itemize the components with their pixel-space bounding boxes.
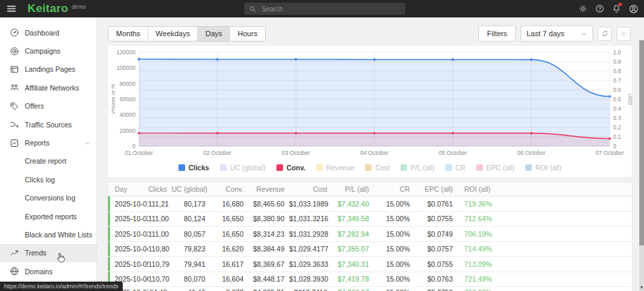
cell-conv: 16,617: [210, 260, 248, 268]
legend-item-uc-global[interactable]: UC (global): [220, 164, 266, 172]
cell-epc-all: $0.0759: [415, 288, 458, 291]
cell-roi-all: 706.19%: [458, 230, 632, 238]
legend-item-roi-all[interactable]: ROI (all): [525, 164, 561, 172]
settings-gear-icon[interactable]: [578, 4, 588, 13]
cell-day: 2025-10-02: [108, 215, 148, 223]
svg-text:0.4: 0.4: [613, 105, 621, 112]
svg-text:02 October: 02 October: [203, 150, 231, 156]
legend-item-epc-all[interactable]: EPC (all): [476, 164, 515, 172]
refresh-button[interactable]: [598, 27, 612, 41]
col-header-revenue[interactable]: Revenue: [248, 185, 289, 193]
scrollbar-thumb[interactable]: [639, 40, 644, 245]
cell-epc-all: $0.0755: [415, 260, 458, 268]
table-row: 2025-10-03111,0080,05716,650$8,314.23$1,…: [108, 227, 632, 242]
sidebar-item-label: Offers: [25, 102, 44, 110]
cell-clicks: 110,79: [148, 260, 172, 268]
col-header-cost[interactable]: Cost: [289, 185, 332, 193]
toolbar: MonthsWeekdaysDaysHours Filters Last 7 d…: [108, 25, 631, 42]
col-header-uc-global[interactable]: UC (global): [172, 185, 210, 193]
table-header-row: DayClicksUC (global)Conv.RevenueCostP/L …: [108, 182, 632, 196]
sidebar-item-campaigns[interactable]: Campaigns: [0, 42, 97, 60]
trends-chart-card: 02000040000600008000010000012000000.10.2…: [108, 46, 632, 177]
scrollbar-down-arrow[interactable]: ▼: [639, 285, 644, 290]
cell-cost: $1,033.1989: [289, 200, 332, 208]
cell-revenue: $8,384.49: [248, 245, 289, 253]
sidebar: DashboardCampaignsLandings PagesAffiliat…: [0, 17, 97, 291]
date-range-select[interactable]: Last 7 days: [521, 25, 593, 42]
cell-revenue: $8,314.23: [248, 230, 289, 238]
cell-epc-all: $0.0761: [415, 200, 458, 208]
sidebar-item-reports[interactable]: Reports: [0, 133, 97, 152]
sidebar-item-traffic-sources[interactable]: Traffic Sources: [0, 115, 97, 133]
legend-item-conv[interactable]: Conv.: [276, 164, 305, 172]
legend-swatch: [178, 164, 185, 171]
cell-p-l-all: $4,293.07: [332, 288, 374, 291]
legend-item-p-l-all[interactable]: P/L (all): [400, 164, 435, 172]
legend-label: P/L (all): [411, 164, 435, 172]
sidebar-item-exported-reports[interactable]: Exported reports: [0, 207, 97, 225]
notifications-bell-icon[interactable]: [612, 4, 621, 13]
sidebar-item-label: Exported reports: [25, 213, 77, 221]
sidebar-item-black-and-white-lists[interactable]: Black and White Lists: [0, 225, 97, 243]
svg-text:0.5: 0.5: [613, 96, 621, 103]
app-logo[interactable]: Keitaro: [28, 2, 68, 15]
col-header-p-l-all[interactable]: P/L (all): [332, 185, 374, 193]
global-search[interactable]: [244, 3, 405, 15]
svg-text:04 October: 04 October: [360, 150, 388, 156]
account-avatar-icon[interactable]: [629, 4, 639, 14]
sidebar-item-offers[interactable]: Offers: [0, 97, 97, 115]
env-badge: demo: [72, 3, 86, 10]
sidebar-item-dashboard[interactable]: Dashboard: [0, 23, 97, 42]
cell-cr: 15.00%: [374, 230, 415, 238]
page-scrollbar[interactable]: ▼: [639, 40, 644, 291]
legend-label: Conv.: [286, 164, 305, 172]
cell-roi-all: 719.36%: [458, 200, 632, 208]
tab-days[interactable]: Days: [198, 27, 230, 41]
help-icon[interactable]: [595, 4, 604, 13]
cell-p-l-all: $7,282.94: [332, 230, 374, 238]
sidebar-item-conversions-log[interactable]: Conversions log: [0, 189, 97, 207]
col-header-day[interactable]: Day: [108, 185, 148, 193]
col-header-roi-all[interactable]: ROI (all): [458, 185, 632, 193]
svg-text:0: 0: [613, 143, 616, 150]
col-header-conv[interactable]: Conv.: [210, 185, 248, 193]
legend-item-clicks[interactable]: Clicks: [178, 164, 209, 172]
sidebar-item-trends[interactable]: Trends: [0, 244, 97, 262]
menu-icon[interactable]: [6, 3, 17, 14]
tab-hours[interactable]: Hours: [230, 27, 264, 41]
filters-button[interactable]: Filters: [478, 25, 516, 42]
legend-swatch: [525, 164, 532, 171]
legend-item-cost[interactable]: Cost: [365, 164, 390, 172]
period-tabs: MonthsWeekdaysDaysHours: [108, 26, 266, 42]
sidebar-item-create-report[interactable]: Create report: [0, 152, 97, 170]
svg-text:05 October: 05 October: [439, 150, 467, 156]
table-row: 2025-10-0764,4846,469,672$4,905.81$612.7…: [108, 287, 632, 291]
legend-label: Cost: [375, 164, 390, 172]
cell-roi-all: 713.09%: [458, 260, 632, 268]
sidebar-item-domains[interactable]: Domains: [0, 262, 97, 280]
tab-weekdays[interactable]: Weekdays: [148, 27, 198, 41]
date-range-value: Last 7 days: [527, 30, 564, 38]
col-header-clicks[interactable]: Clicks: [148, 185, 172, 193]
search-input[interactable]: [260, 5, 400, 13]
gear-icon: [620, 30, 627, 38]
cell-cr: 15.00%: [374, 245, 415, 253]
svg-text:60000: 60000: [119, 96, 136, 103]
legend-item-cr[interactable]: CR: [445, 164, 466, 172]
cell-conv: 16,680: [210, 200, 248, 208]
col-header-cr[interactable]: CR: [374, 185, 415, 193]
cell-roi-all: 714.49%: [458, 245, 632, 253]
sidebar-item-clicks-log[interactable]: Clicks log: [0, 170, 97, 188]
legend-item-revenue[interactable]: Revenue: [316, 164, 354, 172]
col-header-epc-all[interactable]: EPC (all): [415, 185, 458, 193]
sidebar-item-affiliate-networks[interactable]: Affiliate Networks: [0, 78, 97, 97]
cell-cr: 15.00%: [374, 260, 415, 268]
tab-months[interactable]: Months: [109, 27, 148, 41]
sidebar-item-landings-pages[interactable]: Landings Pages: [0, 60, 97, 78]
sidebar-item-label: Conversions log: [25, 194, 75, 202]
chart-settings-button[interactable]: [616, 27, 631, 41]
sidebar-item-label: Clicks log: [25, 176, 55, 184]
cell-epc-all: $0.0757: [415, 245, 458, 253]
cell-cost: $1,028.3930: [289, 275, 332, 283]
legend-label: CR: [455, 164, 466, 172]
